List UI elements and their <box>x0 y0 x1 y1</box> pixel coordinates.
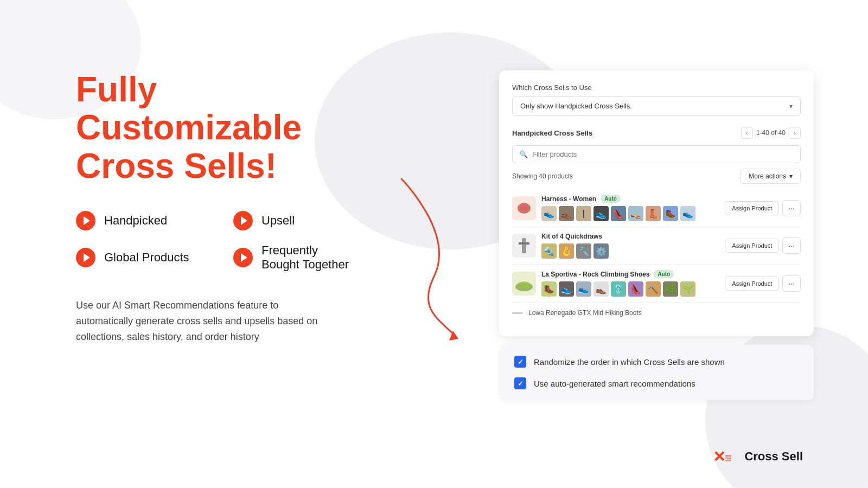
more-actions-label: More actions <box>749 172 786 180</box>
option-row-randomize: ✓ Randomize the order in which Cross Sel… <box>514 356 799 368</box>
more-actions-button[interactable]: More actions ▾ <box>741 169 801 184</box>
product-actions: Assign Product ··· <box>725 200 801 216</box>
shoe-thumb: 🌱 <box>680 281 695 297</box>
showing-text: Showing 40 products <box>512 172 573 180</box>
shoe-thumb: 🔩 <box>541 243 557 259</box>
randomize-checkbox[interactable]: ✓ <box>514 356 526 368</box>
more-options-button[interactable]: ··· <box>782 200 801 216</box>
auto-badge: Auto <box>654 270 674 278</box>
pagination-prev[interactable]: ‹ <box>741 127 753 139</box>
product-thumbnail <box>512 272 536 296</box>
feature-label-global: Global Products <box>104 251 189 265</box>
auto-recommendations-checkbox[interactable]: ✓ <box>514 377 526 389</box>
product-name-muted: Lowa Renegade GTX Mid Hiking Boots <box>528 309 642 317</box>
product-image <box>512 234 536 258</box>
shoe-thumb: 🥾 <box>541 281 557 297</box>
feature-item-fbt: Frequently Bought Together <box>233 243 358 272</box>
cross-sell-logo-icon: ✕ ≡ <box>713 447 737 466</box>
section-label: Which Cross Sells to Use <box>512 84 801 92</box>
pagination-next[interactable]: › <box>789 127 801 139</box>
cross-sells-dropdown[interactable]: Only show Handpicked Cross Sells. ▾ <box>512 96 801 116</box>
shoe-thumb: 🩴 <box>611 281 626 297</box>
checkmark-icon: ✓ <box>518 380 524 388</box>
product-images-row: 👟 👞 | 👟 👠 👡 👢 🥾 👟 <box>541 206 719 221</box>
pagination-text: 1-40 of 40 <box>756 129 786 137</box>
product-info: La Sportiva - Rock Climbing Shoes Auto 🥾… <box>541 270 719 297</box>
left-panel: Fully Customizable Cross Sells! Handpick… <box>76 70 358 345</box>
product-name-row: Harness - Women Auto <box>541 195 719 203</box>
product-images-row: 🥾 👟 👟 👞 🩴 👠 🔨 🌿 🌱 <box>541 281 719 297</box>
shoe-thumb: 🪝 <box>559 243 574 259</box>
shoe-thumb: 👠 <box>611 206 626 221</box>
product-actions: Assign Product ··· <box>725 275 801 292</box>
product-name: Harness - Women <box>541 195 596 203</box>
description-text: Use our AI Smart Recommendations feature… <box>76 298 326 344</box>
feature-label-handpicked: Handpicked <box>104 214 167 228</box>
logo-text: Cross Sell <box>744 450 803 464</box>
loading-dash-icon <box>512 312 523 314</box>
filter-input[interactable] <box>532 150 794 158</box>
handpicked-title: Handpicked Cross Sells <box>512 129 592 137</box>
arrow-right-icon <box>76 211 95 230</box>
product-thumbnail <box>512 234 536 258</box>
svg-marker-8 <box>449 331 458 341</box>
filter-bar[interactable]: 🔍 <box>512 145 801 163</box>
feature-item-global: Global Products <box>76 243 201 272</box>
dropdown-value: Only show Handpicked Cross Sells. <box>520 102 632 110</box>
product-name: Kit of 4 Quickdraws <box>541 233 602 240</box>
shoe-thumb: 👟 <box>576 281 591 297</box>
product-actions: Assign Product ··· <box>725 237 801 254</box>
pagination: ‹ 1-40 of 40 › <box>741 127 801 139</box>
shoe-thumb: 👟 <box>559 281 574 297</box>
product-name-row: Kit of 4 Quickdraws <box>541 233 719 240</box>
options-card: ✓ Randomize the order in which Cross Sel… <box>499 345 814 400</box>
product-image <box>512 196 536 220</box>
shoe-thumb: 👞 <box>593 281 609 297</box>
shoe-thumb: 🔨 <box>646 281 661 297</box>
feature-label-fbt: Frequently Bought Together <box>261 243 349 272</box>
svg-rect-14 <box>519 242 529 245</box>
more-options-button[interactable]: ··· <box>782 275 801 292</box>
product-images-row: 🔩 🪝 🔧 ⚙️ <box>541 243 719 259</box>
shoe-thumb: 🔧 <box>576 243 591 259</box>
shoe-thumb: 👡 <box>628 206 643 221</box>
shoe-thumb: | <box>576 206 591 221</box>
svg-point-11 <box>520 206 528 211</box>
showing-row: Showing 40 products More actions ▾ <box>512 169 801 184</box>
product-name: La Sportiva - Rock Climbing Shoes <box>541 271 649 278</box>
svg-text:✕: ✕ <box>713 448 725 465</box>
arrow-right-icon-fbt <box>233 248 253 267</box>
feature-label-upsell: Upsell <box>261 214 295 228</box>
product-row: Harness - Women Auto 👟 👞 | 👟 👠 👡 👢 🥾 👟 A… <box>512 189 801 227</box>
checkmark-icon: ✓ <box>518 358 524 366</box>
assign-product-button[interactable]: Assign Product <box>725 277 779 291</box>
option-label-randomize: Randomize the order in which Cross Sells… <box>534 357 725 367</box>
shoe-thumb: 👟 <box>680 206 695 221</box>
assign-product-button[interactable]: Assign Product <box>725 201 779 215</box>
features-grid: Handpicked Upsell Global Products Freque… <box>76 211 358 272</box>
product-image <box>512 272 536 296</box>
search-icon: 🔍 <box>519 150 528 158</box>
svg-rect-13 <box>522 238 526 253</box>
shoe-thumb: ⚙️ <box>593 243 609 259</box>
product-row: Kit of 4 Quickdraws 🔩 🪝 🔧 ⚙️ Assign Prod… <box>512 227 801 265</box>
shoe-thumb: 👟 <box>541 206 557 221</box>
feature-item-upsell: Upsell <box>233 211 358 230</box>
product-info: Kit of 4 Quickdraws 🔩 🪝 🔧 ⚙️ <box>541 233 719 259</box>
product-info: Harness - Women Auto 👟 👞 | 👟 👠 👡 👢 🥾 👟 <box>541 195 719 221</box>
product-name-row: La Sportiva - Rock Climbing Shoes Auto <box>541 270 719 278</box>
handpicked-header: Handpicked Cross Sells ‹ 1-40 of 40 › <box>512 127 801 139</box>
right-panel: Which Cross Sells to Use Only show Handp… <box>499 70 814 400</box>
feature-item-handpicked: Handpicked <box>76 211 201 230</box>
product-thumbnail <box>512 196 536 220</box>
main-title: Fully Customizable Cross Sells! <box>76 70 358 185</box>
logo-area: ✕ ≡ Cross Sell <box>713 447 803 466</box>
more-options-button[interactable]: ··· <box>782 237 801 254</box>
product-row: La Sportiva - Rock Climbing Shoes Auto 🥾… <box>512 265 801 303</box>
assign-product-button[interactable]: Assign Product <box>725 239 779 253</box>
shoe-thumb: 👟 <box>593 206 609 221</box>
dropdown-arrow-icon: ▾ <box>789 102 793 110</box>
more-actions-arrow-icon: ▾ <box>789 172 793 180</box>
shoe-thumb: 🌿 <box>663 281 678 297</box>
shoe-thumb: 🥾 <box>663 206 678 221</box>
